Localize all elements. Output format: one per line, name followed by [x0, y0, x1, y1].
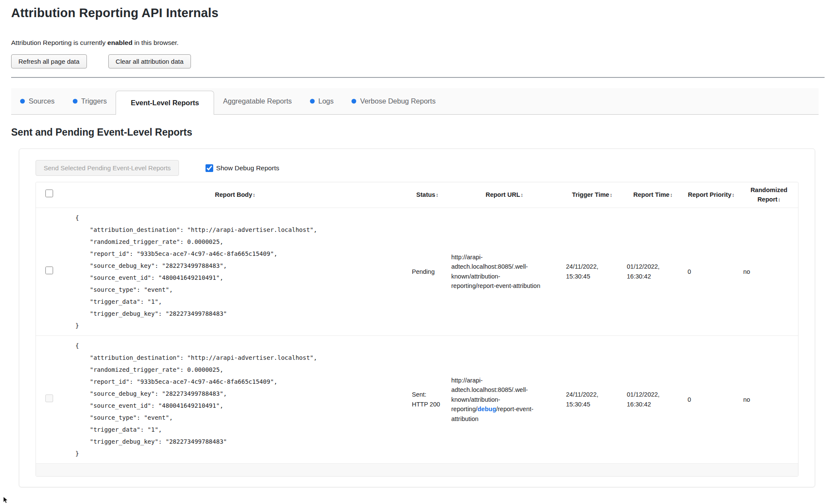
- debug-url-link[interactable]: debug: [477, 406, 496, 412]
- select-all-header: [36, 182, 63, 208]
- tab-strip: Sources Triggers Event-Level Reports Agg…: [11, 88, 819, 115]
- show-debug-label: Show Debug Reports: [216, 164, 279, 172]
- sort-icon: ↕: [732, 192, 734, 198]
- tab-event-level-reports[interactable]: Event-Level Reports: [116, 91, 214, 115]
- top-button-row: Refresh all page data Clear all attribut…: [11, 54, 823, 68]
- reports-table-container: Report Body↕ Status↕ Report URL↕ Trigger…: [36, 182, 798, 477]
- tab-aggregatable-reports[interactable]: Aggregatable Reports: [214, 88, 301, 114]
- report-time-cell: 01/12/2022, 16:30:42: [623, 208, 683, 335]
- mouse-cursor-icon: [3, 496, 8, 504]
- tab-label: Triggers: [81, 97, 107, 105]
- clear-all-button[interactable]: Clear all attribution data: [108, 54, 191, 68]
- tab-label: Logs: [319, 97, 334, 105]
- row-select-cell: [36, 335, 63, 463]
- row-select-checkbox[interactable]: [45, 267, 53, 274]
- show-debug-checkbox[interactable]: [206, 164, 213, 172]
- status-enabled-emphasis: enabled: [107, 39, 133, 46]
- trigger-time-cell: 24/11/2022, 15:30:45: [562, 335, 623, 463]
- page-title: Attribution Reporting API Internals: [11, 6, 823, 20]
- show-debug-toggle[interactable]: Show Debug Reports: [206, 164, 279, 172]
- tab-verbose-debug-reports[interactable]: Verbose Debug Reports: [343, 88, 444, 114]
- sort-icon: ↕: [670, 192, 673, 198]
- section-heading: Sent and Pending Event-Level Reports: [11, 127, 823, 138]
- tab-label: Verbose Debug Reports: [360, 97, 435, 105]
- sort-icon: ↕: [436, 192, 438, 198]
- reports-panel: Send Selected Pending Event-Level Report…: [19, 148, 815, 487]
- column-header-report-priority[interactable]: Report Priority↕: [683, 182, 739, 208]
- send-selected-reports-button[interactable]: Send Selected Pending Event-Level Report…: [36, 160, 179, 176]
- report-url-cell: http://arapi-adtech.localhost:8085/.well…: [447, 335, 562, 463]
- report-body-cell: { "attribution_destination": "http://ara…: [63, 335, 408, 463]
- report-body-cell: { "attribution_destination": "http://ara…: [63, 208, 408, 335]
- status-prefix: Attribution Reporting is currently: [11, 39, 107, 46]
- reports-table: Report Body↕ Status↕ Report URL↕ Trigger…: [36, 182, 798, 476]
- column-header-randomized-report[interactable]: Randomized Report↕: [739, 182, 798, 208]
- row-select-checkbox-disabled: [45, 394, 53, 402]
- report-time-cell: 01/12/2022, 16:30:42: [623, 335, 683, 463]
- row-select-cell: [36, 208, 63, 335]
- tab-label: Aggregatable Reports: [223, 97, 292, 105]
- report-priority-cell: 0: [683, 335, 739, 463]
- blue-dot-icon: [310, 99, 315, 104]
- sort-icon: ↕: [610, 192, 612, 198]
- table-footer-strip: [36, 463, 798, 476]
- blue-dot-icon: [20, 99, 25, 104]
- table-header-row: Report Body↕ Status↕ Report URL↕ Trigger…: [36, 182, 798, 208]
- randomized-report-cell: no: [739, 335, 798, 463]
- report-row-pending: { "attribution_destination": "http://ara…: [36, 208, 798, 335]
- randomized-report-cell: no: [739, 208, 798, 335]
- report-url-cell: http://arapi-adtech.localhost:8085/.well…: [447, 208, 562, 335]
- page-divider: [11, 77, 825, 78]
- sort-icon: ↕: [253, 192, 255, 198]
- column-header-report-url[interactable]: Report URL↕: [447, 182, 562, 208]
- report-url-text: http://arapi-adtech.localhost:8085/.well…: [451, 254, 540, 289]
- tab-label: Sources: [29, 97, 55, 105]
- column-header-report-time[interactable]: Report Time↕: [623, 182, 683, 208]
- trigger-time-cell: 24/11/2022, 15:30:45: [562, 208, 623, 335]
- column-header-trigger-time[interactable]: Trigger Time↕: [562, 182, 623, 208]
- tab-triggers[interactable]: Triggers: [64, 88, 116, 114]
- status-suffix: in this browser.: [132, 39, 179, 46]
- refresh-all-button[interactable]: Refresh all page data: [11, 54, 87, 68]
- sort-icon: ↕: [521, 192, 523, 198]
- tab-sources[interactable]: Sources: [11, 88, 64, 114]
- select-all-checkbox[interactable]: [45, 190, 53, 197]
- column-header-status[interactable]: Status↕: [408, 182, 447, 208]
- feature-status-text: Attribution Reporting is currently enabl…: [11, 39, 823, 47]
- tab-label: Event-Level Reports: [131, 99, 199, 107]
- status-cell: Sent: HTTP 200: [408, 335, 447, 463]
- panel-controls: Send Selected Pending Event-Level Report…: [36, 160, 798, 176]
- column-header-report-body[interactable]: Report Body↕: [63, 182, 408, 208]
- report-priority-cell: 0: [683, 208, 739, 335]
- report-row-sent: { "attribution_destination": "http://ara…: [36, 335, 798, 463]
- sort-icon: ↕: [778, 197, 780, 203]
- blue-dot-icon: [351, 99, 356, 104]
- tab-logs[interactable]: Logs: [301, 88, 343, 114]
- blue-dot-icon: [73, 99, 77, 104]
- status-cell: Pending: [408, 208, 447, 335]
- report-body-json: { "attribution_destination": "http://ara…: [67, 212, 403, 332]
- report-body-json: { "attribution_destination": "http://ara…: [67, 340, 403, 460]
